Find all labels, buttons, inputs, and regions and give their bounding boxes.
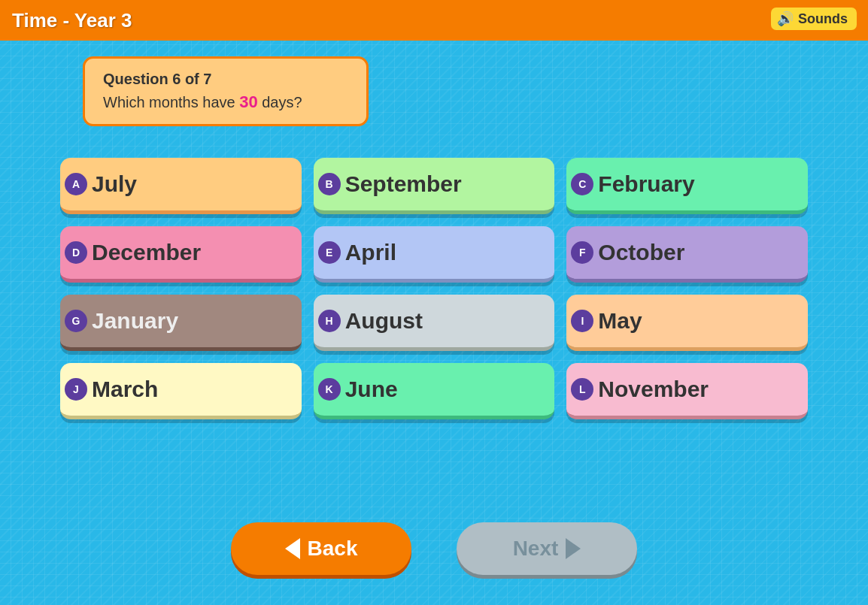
badge-k: K xyxy=(318,378,341,401)
answer-label-june: June xyxy=(345,377,398,401)
badge-g: G xyxy=(65,310,87,332)
nav-area: Back Next xyxy=(0,522,868,575)
question-text-after: days? xyxy=(258,94,302,110)
answer-btn-november[interactable]: LNovember xyxy=(566,363,808,419)
answer-label-august: August xyxy=(345,308,423,333)
sounds-button[interactable]: 🔊 Sounds xyxy=(769,5,859,32)
sounds-label: Sounds xyxy=(798,11,848,27)
answer-btn-august[interactable]: HAugust xyxy=(314,295,555,351)
answer-btn-may[interactable]: IMay xyxy=(566,295,808,351)
answer-label-march: March xyxy=(92,377,158,401)
answer-btn-december[interactable]: DDecember xyxy=(60,226,302,283)
answer-label-january: January xyxy=(92,308,178,333)
speaker-icon: 🔊 xyxy=(777,11,794,27)
answer-btn-june[interactable]: KJune xyxy=(314,363,555,419)
badge-b: B xyxy=(318,173,341,195)
answer-btn-january[interactable]: GJanuary xyxy=(60,295,302,351)
back-arrow-icon xyxy=(285,538,300,559)
answer-label-november: November xyxy=(598,377,709,401)
badge-a: A xyxy=(65,173,87,195)
next-label: Next xyxy=(513,537,559,561)
answer-btn-march[interactable]: JMarch xyxy=(60,363,302,419)
back-button[interactable]: Back xyxy=(231,522,411,575)
answer-label-september: September xyxy=(345,171,462,196)
header: Time - Year 3 🔊 Sounds xyxy=(0,0,868,41)
badge-d: D xyxy=(65,241,87,264)
question-text-before: Which months have xyxy=(103,94,239,110)
answer-btn-july[interactable]: AJuly xyxy=(60,158,302,214)
badge-f: F xyxy=(571,241,593,264)
badge-j: J xyxy=(65,378,87,401)
next-arrow-icon xyxy=(566,538,581,559)
badge-h: H xyxy=(318,310,341,332)
badge-e: E xyxy=(318,241,341,264)
question-highlight: 30 xyxy=(239,92,257,111)
back-label: Back xyxy=(308,537,358,561)
question-box: Question 6 of 7 Which months have 30 day… xyxy=(83,56,369,126)
page-title: Time - Year 3 xyxy=(12,9,132,32)
answer-label-december: December xyxy=(92,240,201,265)
answer-label-october: October xyxy=(598,240,684,265)
badge-c: C xyxy=(571,173,593,195)
answer-grid: AJulyBSeptemberCFebruaryDDecemberEAprilF… xyxy=(60,158,808,419)
question-text: Which months have 30 days? xyxy=(103,92,348,112)
badge-l: L xyxy=(571,378,593,401)
answer-btn-april[interactable]: EApril xyxy=(314,226,555,283)
answer-label-april: April xyxy=(345,240,396,265)
answer-btn-february[interactable]: CFebruary xyxy=(566,158,808,214)
next-button[interactable]: Next xyxy=(457,522,637,575)
badge-i: I xyxy=(571,310,593,332)
answer-label-february: February xyxy=(598,171,694,196)
answer-label-may: May xyxy=(598,308,642,333)
answer-btn-october[interactable]: FOctober xyxy=(566,226,808,283)
question-title: Question 6 of 7 xyxy=(103,71,348,88)
answer-label-july: July xyxy=(92,171,137,196)
answer-btn-september[interactable]: BSeptember xyxy=(314,158,555,214)
